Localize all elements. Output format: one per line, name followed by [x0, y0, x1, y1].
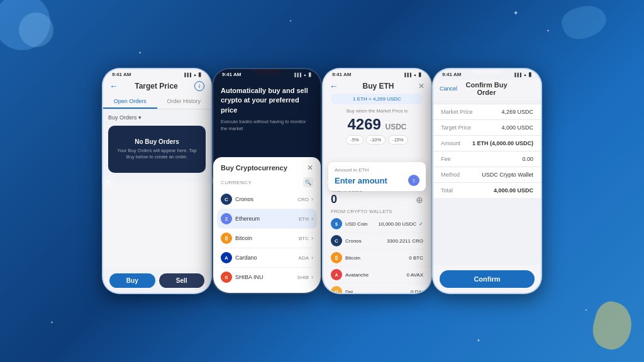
avax-icon: A — [331, 269, 342, 280]
confirm-button[interactable]: Confirm — [440, 270, 535, 288]
phone3-header: ← Buy ETH ✕ — [323, 80, 431, 94]
wifi-icon: ▲ — [413, 73, 417, 77]
wallet-usdc[interactable]: $ USD Coin 10,000.00 USDC ✓ — [323, 216, 431, 233]
total-value: 0 — [331, 193, 337, 206]
row-market-price: Market Price 4,269 USDC — [433, 104, 541, 120]
usdc-icon: $ — [331, 218, 342, 229]
phone4-title: Confirm Buy Order — [457, 81, 516, 96]
phone4-status-icons: ▐▐▐ ▲ ▊ — [513, 72, 532, 77]
phone1-info-button[interactable]: i — [194, 81, 204, 91]
arrow-2-3: ▶ — [212, 174, 226, 188]
ada-icon: A — [221, 252, 232, 263]
battery-icon: ▊ — [419, 72, 422, 77]
eth-icon: Ξ — [221, 213, 232, 224]
notch2 — [252, 69, 283, 74]
btc-ticker: BTC — [299, 236, 309, 241]
ada-name: Cardano — [235, 255, 257, 261]
empty-desc: Your Buy Orders will appear here. Tap Bu… — [114, 148, 199, 160]
phone2: 9:41 AM ▐▐▐ ▲ ▊ Automatically buy and se… — [212, 68, 322, 294]
arrow-1-2: ▶ — [102, 174, 116, 188]
shib-ticker: SHIB — [297, 275, 309, 280]
battery-icon: ▊ — [199, 72, 202, 77]
row-total: Total 4,000.00 USDC — [433, 183, 541, 198]
tab-order-history[interactable]: Order History — [157, 95, 211, 109]
search-icon[interactable]: 🔍 — [303, 177, 313, 187]
target-price: 4269 USDC — [323, 116, 431, 133]
notch3 — [362, 69, 393, 74]
cro-icon: C — [221, 194, 232, 205]
sell-button[interactable]: Sell — [159, 273, 205, 288]
phone4-body: Market Price 4,269 USDC Target Price 4,0… — [433, 104, 541, 198]
coin-row-shib[interactable]: S SHIBA INU SHIB › — [221, 268, 313, 287]
wifi-icon: ▲ — [303, 73, 307, 77]
phone1-body: Buy Orders ▾ No Buy Orders Your Buy Orde… — [103, 109, 211, 183]
condition-text: Buy when the Market Price is — [323, 108, 431, 114]
amount-input-row: Enter amount Ξ — [335, 175, 419, 186]
rate-box: 1 ETH = 4,269 USDC — [331, 94, 423, 104]
battery-icon: ▊ — [309, 72, 312, 77]
phone4-time: 9:41 AM — [442, 72, 461, 77]
currency-search-row: CURRENCY 🔍 — [221, 177, 313, 187]
empty-orders-card: No Buy Orders Your Buy Orders will appea… — [108, 126, 206, 173]
ada-ticker: ADA — [299, 255, 309, 261]
pct-btn-10[interactable]: -10% — [366, 135, 386, 145]
modal-title: Buy Cryptocurrency — [221, 164, 287, 172]
modal-close-icon[interactable]: ✕ — [307, 163, 313, 172]
phone3-wrapper: 9:41 AM ▐▐▐ ▲ ▊ ← Buy ETH ✕ 1 ETH = 4,26… — [322, 68, 432, 294]
phone2-wrapper: 9:41 AM ▐▐▐ ▲ ▊ Automatically buy and se… — [212, 68, 322, 294]
eth-currency-icon: Ξ — [408, 175, 419, 186]
phone3-close-icon[interactable]: ✕ — [418, 82, 425, 90]
phone1-title: Target Price — [118, 82, 194, 90]
shib-name: SHIBA INU — [235, 274, 264, 280]
btc-name: Bitcoin — [235, 235, 252, 241]
settings-icon[interactable]: ⊕ — [416, 195, 423, 205]
phone1-wrapper: 9:41 AM ▐▐▐ ▲ ▊ ← Target Price i Open Or… — [102, 68, 212, 294]
phone3-time: 9:41 AM — [332, 72, 351, 77]
wallet-btc[interactable]: ₿ Bitcoin 0 BTC — [323, 250, 431, 266]
phone4: 9:41 AM ▐▐▐ ▲ ▊ Cancel Confirm Buy Order… — [432, 68, 542, 294]
phone1-footer: Buy Sell — [103, 268, 211, 293]
coin-row-btc[interactable]: ₿ Bitcoin BTC › — [221, 229, 313, 248]
phones-container: 9:41 AM ▐▐▐ ▲ ▊ ← Target Price i Open Or… — [0, 0, 644, 362]
pct-btn-15[interactable]: -15% — [388, 135, 408, 145]
total-row: 0 ⊕ — [323, 193, 431, 206]
signal-icon: ▐▐▐ — [513, 73, 521, 77]
phone3-status-icons: ▐▐▐ ▲ ▊ — [403, 72, 422, 77]
cro-wallet-icon: C — [331, 235, 342, 246]
buy-button[interactable]: Buy — [109, 273, 155, 288]
phone3-back-button[interactable]: ← — [330, 81, 338, 91]
pct-btn-5[interactable]: -5% — [346, 135, 363, 145]
cancel-button[interactable]: Cancel — [440, 85, 457, 92]
coin-row-ada[interactable]: A Cardano ADA › — [221, 248, 313, 268]
phone3: 9:41 AM ▐▐▐ ▲ ▊ ← Buy ETH ✕ 1 ETH = 4,26… — [322, 68, 432, 294]
coin-row-cro[interactable]: C Cronos CRO › — [221, 190, 313, 209]
signal-icon: ▐▐▐ — [403, 73, 411, 77]
cro-name: Cronos — [235, 196, 253, 202]
phone2-sub-text: Execute trades without having to monitor… — [213, 119, 321, 137]
cro-ticker: CRO — [297, 197, 309, 202]
check-icon: ✓ — [419, 221, 423, 227]
phone2-status-icons: ▐▐▐ ▲ ▊ — [293, 72, 312, 77]
amount-placeholder[interactable]: Enter amount — [335, 176, 387, 185]
amount-label: Amount in ETH — [335, 167, 419, 173]
wallet-cro[interactable]: C Cronos 3300.2211 CRO — [323, 233, 431, 250]
phone4-header: Cancel Confirm Buy Order — [433, 80, 541, 100]
phone4-wrapper: 9:41 AM ▐▐▐ ▲ ▊ Cancel Confirm Buy Order… — [432, 68, 542, 294]
tab-open-orders[interactable]: Open Orders — [103, 95, 157, 109]
notch4 — [472, 69, 503, 74]
phone1-back-button[interactable]: ← — [109, 81, 118, 91]
phone4-footer: Confirm — [433, 265, 541, 293]
amount-tooltip: Amount in ETH Enter amount Ξ — [328, 162, 426, 191]
row-amount: Amount 1 ETH (4,000.00 USDC) — [433, 136, 541, 151]
phone3-title: Buy ETH — [338, 82, 418, 90]
phone1: 9:41 AM ▐▐▐ ▲ ▊ ← Target Price i Open Or… — [102, 68, 212, 294]
btc-wallet-icon: ₿ — [331, 252, 342, 263]
phone1-status-icons: ▐▐▐ ▲ ▊ — [183, 72, 202, 77]
wallet-avax[interactable]: A Avalanche 0 AVAX — [323, 266, 431, 283]
signal-icon: ▐▐▐ — [293, 73, 301, 77]
wallet-dai[interactable]: D Dai 0 DAI — [323, 283, 431, 294]
coin-row-eth[interactable]: Ξ Ethereum ETH › — [217, 209, 317, 229]
pct-buttons-row: -5% -10% -15% — [323, 135, 431, 145]
wallets-label: FROM CRYPTO WALLETS — [323, 206, 431, 216]
row-method: Method USDC Crypto Wallet — [433, 167, 541, 183]
